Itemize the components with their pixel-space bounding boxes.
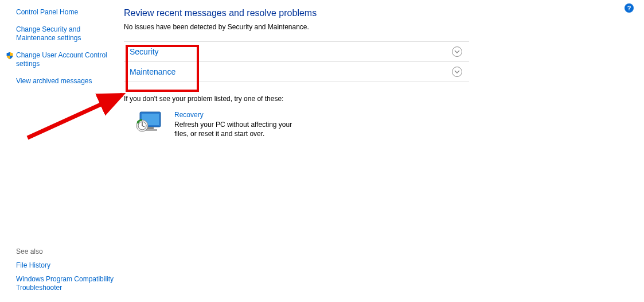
change-uac-link[interactable]: Change User Account Control settings xyxy=(16,51,115,69)
compat-troubleshooter-link[interactable]: Windows Program Compatibility Troublesho… xyxy=(16,275,119,293)
expander-list: Security Maintenance xyxy=(124,41,469,82)
recovery-icon xyxy=(135,111,163,134)
recovery-row: Recovery Refresh your PC without affecti… xyxy=(124,111,469,138)
see-also-heading: See also xyxy=(16,247,119,255)
recovery-description: Refresh your PC without affecting your f… xyxy=(174,120,295,138)
help-icon[interactable]: ? xyxy=(625,3,634,13)
main-panel: Review recent messages and resolve probl… xyxy=(119,8,469,138)
chevron-down-icon xyxy=(452,47,462,57)
maintenance-expander-label: Maintenance xyxy=(130,67,175,76)
chevron-down-icon xyxy=(452,67,462,77)
file-history-link[interactable]: File History xyxy=(16,261,119,269)
subheading: If you don't see your problem listed, tr… xyxy=(124,95,469,103)
control-panel-home-link[interactable]: Control Panel Home xyxy=(16,8,115,17)
page-title: Review recent messages and resolve probl… xyxy=(124,8,469,18)
view-archived-messages-link[interactable]: View archived messages xyxy=(16,77,115,86)
security-expander-label: Security xyxy=(130,47,159,56)
see-also-section: See also File History Windows Program Co… xyxy=(16,246,119,293)
maintenance-expander[interactable]: Maintenance xyxy=(124,62,469,82)
content-container: Control Panel Home Change Security and M… xyxy=(0,0,644,143)
recovery-link[interactable]: Recovery xyxy=(174,111,295,119)
status-text: No issues have been detected by Security… xyxy=(124,23,469,31)
uac-shield-icon xyxy=(6,51,16,61)
change-security-maintenance-link[interactable]: Change Security and Maintenance settings xyxy=(16,25,115,43)
security-expander[interactable]: Security xyxy=(124,42,469,62)
sidebar: Control Panel Home Change Security and M… xyxy=(5,8,119,138)
